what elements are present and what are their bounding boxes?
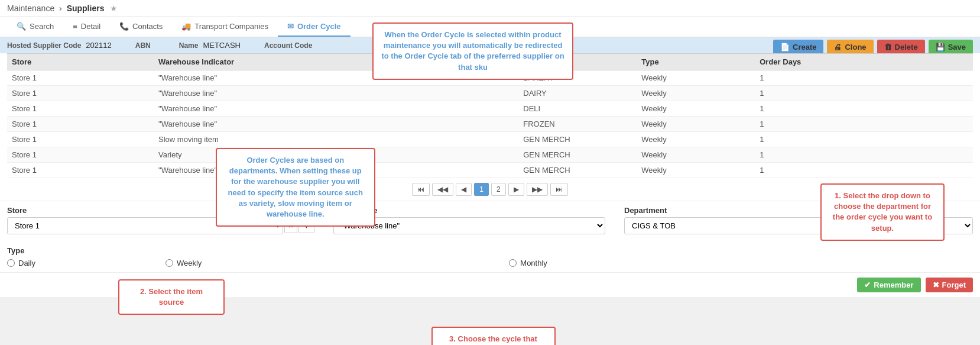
page-wrapper: Maintenance › Suppliers ★ 🔍 Search ≡ Det… [0,0,980,345]
cell-warehouse: Slow moving item [154,132,518,147]
cell-store: Store 1 [7,163,154,178]
radio-monthly-input[interactable] [509,259,517,267]
abn-label: ABN [135,41,151,50]
cell-department: DELI [518,101,637,117]
cell-store: Store 1 [7,70,154,86]
remember-button[interactable]: ✔ Remember [857,278,920,292]
cell-orderdays: 1 [755,117,973,132]
cell-type: Weekly [637,117,755,132]
tab-contacts-label: Contacts [132,22,163,31]
cell-orderdays: 1 [755,101,973,117]
tab-ordercycle[interactable]: ✉ Order Cycle [278,17,351,37]
radio-daily-input[interactable] [7,259,15,267]
cell-orderdays: 1 [755,86,973,101]
content-area: Store Warehouse Indicator Department Typ… [0,53,980,297]
table-row[interactable]: Store 1 Variety GEN MERCH Weekly 1 [7,147,973,163]
col-type: Type [637,54,755,70]
account-code-label: Account Code [264,41,312,50]
hosted-supplier-group: Hosted Supplier Code 202112 [7,41,112,50]
table-row[interactable]: Store 1 "Warehouse line" FROZEN Weekly 1 [7,117,973,132]
table-row[interactable]: Store 1 Slow moving item GEN MERCH Weekl… [7,132,973,147]
contacts-icon: 📞 [119,22,129,31]
table-row[interactable]: Store 1 "Warehouse line" DAIRY Weekly 1 [7,86,973,101]
radio-weekly: Weekly [166,259,202,267]
delete-icon: 🗑 [884,43,892,51]
cell-type: Weekly [637,86,755,101]
save-icon: 💾 [936,43,945,51]
top-bar: Maintenance › Suppliers ★ [0,0,980,17]
tab-detail[interactable]: ≡ Detail [63,17,110,37]
table-row[interactable]: Store 1 "Warehouse line" DELI Weekly 1 [7,101,973,117]
delete-button[interactable]: 🗑 Delete [877,40,925,54]
cell-orderdays: 1 [755,70,973,86]
create-button[interactable]: 📄 Create [773,40,823,54]
cell-store: Store 1 [7,86,154,101]
cell-department: GEN MERCH [518,147,637,163]
page-first[interactable]: ⏮ [412,183,430,196]
save-button[interactable]: 💾 Save [929,40,973,54]
breadcrumb-arrow: › [59,4,62,13]
cell-department: GEN MERCH [518,132,637,147]
tab-contacts[interactable]: 📞 Contacts [110,17,172,37]
cell-type: Weekly [637,101,755,117]
callout-cycle: 3. Choose the cycle that relates to this… [431,327,556,345]
cell-store: Store 1 [7,117,154,132]
cell-warehouse: "Warehouse line" [154,86,518,101]
cell-store: Store 1 [7,101,154,117]
page-last[interactable]: ⏭ [550,183,568,196]
callout-middle: Order Cycles are based on departments. W… [216,148,375,227]
cell-orderdays: 1 [755,163,973,178]
callout-right: 1. Select the drop down to choose the de… [820,183,945,241]
radio-weekly-label: Weekly [177,259,202,267]
breadcrumb: Maintenance › Suppliers ★ [7,4,118,13]
cell-department: GEN MERCH [518,163,637,178]
tab-transport-label: Transport Companies [194,22,268,31]
breadcrumb-current: Suppliers [67,4,105,13]
type-label: Type [7,246,973,255]
page-prev-fast[interactable]: ◀◀ [432,183,453,196]
radio-weekly-input[interactable] [166,259,173,267]
hosted-supplier-value: 202112 [86,41,111,50]
tab-search[interactable]: 🔍 Search [7,17,63,37]
clone-icon: 🖨 [834,43,842,51]
forget-button[interactable]: ✖ Forget [926,278,973,292]
cell-orderdays: 1 [755,132,973,147]
tab-ordercycle-label: Order Cycle [297,22,341,31]
type-section: Type Daily Weekly Monthly [0,244,980,272]
breadcrumb-star[interactable]: ★ [110,4,118,13]
cell-department: FROZEN [518,117,637,132]
radio-monthly-label: Monthly [520,259,547,267]
tab-transport[interactable]: 🚚 Transport Companies [172,17,278,37]
page-prev[interactable]: ◀ [456,183,472,196]
col-store: Store [7,54,154,70]
forget-icon: ✖ [933,280,939,289]
transport-icon: 🚚 [181,22,191,31]
page-2[interactable]: 2 [491,183,506,196]
name-label: Name [179,41,199,50]
cell-store: Store 1 [7,132,154,147]
radio-row: Daily Weekly Monthly [7,259,973,267]
table-row[interactable]: Store 1 "Warehouse line" GEN MERCH Weekl… [7,163,973,178]
radio-daily-label: Daily [18,259,35,267]
page-next-fast[interactable]: ▶▶ [527,183,548,196]
page-next[interactable]: ▶ [508,183,524,196]
nav-tabs: 🔍 Search ≡ Detail 📞 Contacts 🚚 Transport… [0,17,980,37]
cell-type: Weekly [637,163,755,178]
create-icon: 📄 [780,43,790,51]
remember-icon: ✔ [864,280,871,289]
callout-top: When the Order Cycle is selected within … [372,22,573,80]
cell-store: Store 1 [7,147,154,163]
abn-group: ABN [135,41,155,50]
tab-search-label: Search [30,22,54,31]
ordercycle-icon: ✉ [287,22,294,31]
cell-orderdays: 1 [755,147,973,163]
breadcrumb-parent[interactable]: Maintenance [7,4,54,13]
clone-button[interactable]: 🖨 Clone [827,40,873,54]
tab-detail-label: Detail [81,22,100,31]
cell-department: DAIRY [518,86,637,101]
account-code-group: Account Code [264,41,317,50]
hosted-supplier-label: Hosted Supplier Code [7,41,81,50]
name-value: METCASH [203,41,241,50]
callout-store: 2. Select the item source [118,279,225,315]
page-1[interactable]: 1 [474,183,489,196]
